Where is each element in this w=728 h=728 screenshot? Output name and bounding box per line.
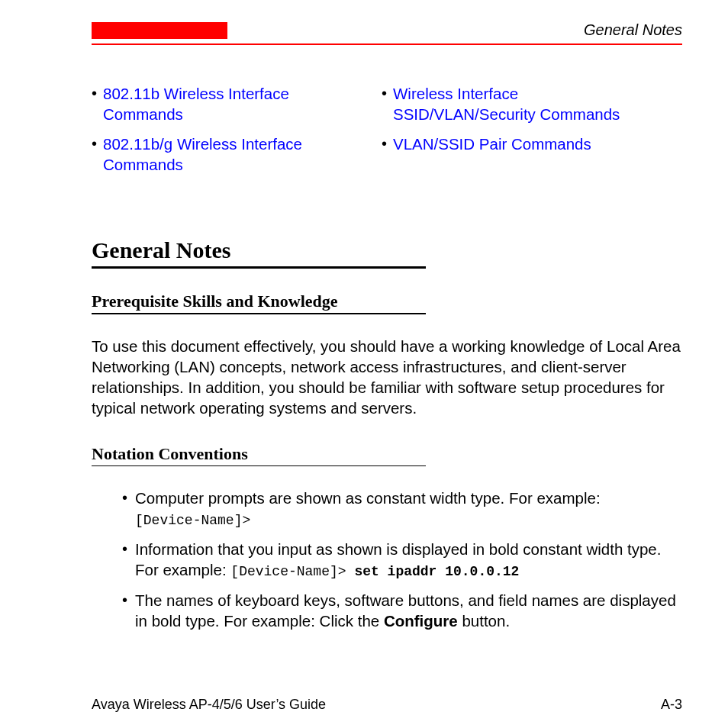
bullet-icon: • <box>122 488 127 507</box>
notation-lead: Computer prompts are shown as constant w… <box>135 489 601 507</box>
link-item[interactable]: • 802.11b/g Wireless Interface Commands <box>92 134 351 175</box>
link-text: 802.11b Wireless Interface Commands <box>103 83 351 124</box>
bullet-icon: • <box>122 590 127 610</box>
bullet-icon: • <box>92 134 97 153</box>
notation-list: • Computer prompts are shown as constant… <box>122 488 682 631</box>
notation-item-2: • Information that you input as shown is… <box>122 539 682 582</box>
bullet-icon: • <box>92 83 97 103</box>
page-header: General Notes <box>92 21 682 43</box>
notation-item-1: • Computer prompts are shown as constant… <box>122 488 682 531</box>
content-area: • 802.11b Wireless Interface Commands • … <box>92 83 682 631</box>
bullet-icon: • <box>382 83 387 103</box>
cross-reference-links: • 802.11b Wireless Interface Commands • … <box>92 83 682 184</box>
footer-book-title: Avaya Wireless AP-4/5/6 User’s Guide <box>92 697 326 713</box>
code-example: [Device-Name]> <box>135 513 250 528</box>
link-text: Wireless Interface SSID/VLAN/Security Co… <box>393 83 641 124</box>
subsection-heading-notation: Notation Conventions <box>92 444 682 464</box>
subsection-rule <box>92 465 426 467</box>
footer-page-number: A-3 <box>661 697 682 713</box>
notation-tail: button. <box>458 612 510 630</box>
ui-name-bold: Configure <box>384 612 458 630</box>
section-rule <box>92 266 426 269</box>
link-text: VLAN/SSID Pair Commands <box>393 134 591 154</box>
link-column-right: • Wireless Interface SSID/VLAN/Security … <box>382 83 641 184</box>
bullet-icon: • <box>382 134 387 153</box>
prereq-paragraph: To use this document effectively, you sh… <box>92 336 682 418</box>
link-item[interactable]: • VLAN/SSID Pair Commands <box>382 134 641 154</box>
code-prompt: [Device-Name]> <box>230 564 354 579</box>
subsection-heading-prereq: Prerequisite Skills and Knowledge <box>92 292 682 311</box>
notation-text: The names of keyboard keys, software but… <box>135 590 682 631</box>
header-red-block <box>92 22 227 39</box>
code-input: set ipaddr 10.0.0.12 <box>354 564 519 579</box>
link-item[interactable]: • Wireless Interface SSID/VLAN/Security … <box>382 83 641 124</box>
link-text: 802.11b/g Wireless Interface Commands <box>103 134 351 175</box>
notation-item-3: • The names of keyboard keys, software b… <box>122 590 682 631</box>
notation-text: Information that you input as shown is d… <box>135 539 682 582</box>
link-item[interactable]: • 802.11b Wireless Interface Commands <box>92 83 351 124</box>
header-rule <box>92 43 682 45</box>
page: General Notes • 802.11b Wireless Interfa… <box>0 0 728 728</box>
page-footer: Avaya Wireless AP-4/5/6 User’s Guide A-3 <box>92 697 682 713</box>
section-heading-general-notes: General Notes <box>92 237 682 263</box>
notation-text: Computer prompts are shown as constant w… <box>135 488 601 531</box>
running-header-title: General Notes <box>584 21 682 39</box>
link-column-left: • 802.11b Wireless Interface Commands • … <box>92 83 351 184</box>
bullet-icon: • <box>122 539 127 559</box>
subsection-rule <box>92 313 426 314</box>
